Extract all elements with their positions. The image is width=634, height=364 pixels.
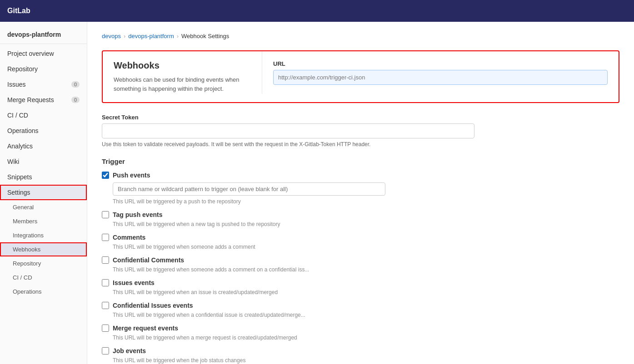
trigger-row-confidential-issues-events: Confidential Issues eventsThis URL will … bbox=[102, 302, 474, 319]
trigger-desc-job-events: This URL will be triggered when the job … bbox=[113, 356, 474, 364]
sidebar-item-snippets[interactable]: Snippets bbox=[0, 169, 87, 185]
sidebar-nav: Project overviewRepositoryIssues0Merge R… bbox=[0, 46, 87, 200]
trigger-label: Trigger bbox=[102, 157, 474, 165]
secret-token-input[interactable] bbox=[102, 123, 474, 138]
trigger-group: Trigger Push eventsThis URL will be trig… bbox=[102, 157, 474, 364]
trigger-row-job-events: Job eventsThis URL will be triggered whe… bbox=[102, 347, 474, 364]
sidebar-item-repository[interactable]: Repository bbox=[0, 61, 87, 77]
sidebar-item-label-wiki: Wiki bbox=[7, 158, 19, 165]
sidebar-item-ci-cd[interactable]: CI / CD bbox=[0, 108, 87, 123]
trigger-event-label-push-events: Push events bbox=[113, 172, 150, 179]
trigger-checkbox-confidential-issues-events[interactable] bbox=[102, 302, 109, 309]
logo: GitLab bbox=[7, 7, 30, 15]
url-label: URL bbox=[273, 60, 608, 67]
sidebar-item-wiki[interactable]: Wiki bbox=[0, 154, 87, 169]
sidebar-item-merge-requests[interactable]: Merge Requests0 bbox=[0, 92, 87, 108]
trigger-label-issues-events: Issues events bbox=[102, 279, 474, 286]
webhook-card: Webhooks Webhooks can be used for bindin… bbox=[102, 50, 619, 103]
sidebar-item-settings[interactable]: Settings bbox=[0, 185, 87, 200]
sidebar-sub-item-repository-sub[interactable]: Repository bbox=[0, 256, 87, 271]
trigger-label-comments: Comments bbox=[102, 234, 474, 241]
sidebar-item-label-project-overview: Project overview bbox=[7, 50, 54, 57]
trigger-row-comments: CommentsThis URL will be triggered when … bbox=[102, 234, 474, 251]
url-input[interactable] bbox=[273, 70, 608, 85]
sidebar-item-label-repository: Repository bbox=[7, 65, 38, 73]
secret-token-hint: Use this token to validate received payl… bbox=[102, 140, 474, 148]
breadcrumb: devops › devops-plantform › Webhook Sett… bbox=[102, 33, 619, 39]
trigger-event-label-confidential-issues-events: Confidential Issues events bbox=[113, 302, 193, 309]
trigger-row-confidential-comments: Confidential CommentsThis URL will be tr… bbox=[102, 256, 474, 274]
trigger-event-label-tag-push-events: Tag push events bbox=[113, 211, 162, 218]
trigger-branch-input-push-events[interactable] bbox=[113, 182, 385, 196]
trigger-label-confidential-issues-events: Confidential Issues events bbox=[102, 302, 474, 309]
trigger-checkbox-confidential-comments[interactable] bbox=[102, 256, 109, 264]
trigger-event-label-issues-events: Issues events bbox=[113, 279, 155, 286]
main-content: devops › devops-plantform › Webhook Sett… bbox=[87, 22, 634, 364]
sidebar-item-issues[interactable]: Issues0 bbox=[0, 77, 87, 92]
sidebar-sub-nav: GeneralMembersIntegrationsWebhooksReposi… bbox=[0, 200, 87, 299]
secret-token-label: Secret Token bbox=[102, 114, 474, 121]
trigger-event-label-merge-request-events: Merge request events bbox=[113, 325, 178, 332]
trigger-desc-tag-push-events: This URL will be triggered when a new ta… bbox=[113, 220, 474, 228]
trigger-label-tag-push-events: Tag push events bbox=[102, 211, 474, 218]
trigger-label-job-events: Job events bbox=[102, 347, 474, 354]
breadcrumb-sep-1: › bbox=[124, 33, 125, 39]
trigger-desc-confidential-comments: This URL will be triggered when someone … bbox=[113, 266, 474, 274]
trigger-row-tag-push-events: Tag push eventsThis URL will be triggere… bbox=[102, 211, 474, 228]
trigger-checkbox-job-events[interactable] bbox=[102, 347, 109, 354]
trigger-label-confidential-comments: Confidential Comments bbox=[102, 256, 474, 264]
breadcrumb-current: Webhook Settings bbox=[181, 33, 229, 39]
trigger-desc-confidential-issues-events: This URL will be triggered when a confid… bbox=[113, 311, 474, 319]
sidebar-sub-item-general[interactable]: General bbox=[0, 200, 87, 214]
sidebar-item-label-operations: Operations bbox=[7, 127, 38, 134]
trigger-event-label-confidential-comments: Confidential Comments bbox=[113, 256, 184, 264]
breadcrumb-link-devops[interactable]: devops bbox=[102, 33, 121, 39]
secret-token-group: Secret Token Use this token to validate … bbox=[102, 114, 474, 148]
trigger-row-issues-events: Issues eventsThis URL will be triggered … bbox=[102, 279, 474, 296]
trigger-checkbox-issues-events[interactable] bbox=[102, 279, 109, 286]
sidebar: devops-plantform Project overviewReposit… bbox=[0, 22, 87, 364]
trigger-label-merge-request-events: Merge request events bbox=[102, 325, 474, 332]
sidebar-sub-item-members[interactable]: Members bbox=[0, 214, 87, 228]
trigger-desc-issues-events: This URL will be triggered when an issue… bbox=[113, 288, 474, 296]
trigger-event-label-comments: Comments bbox=[113, 234, 145, 241]
sidebar-item-label-settings: Settings bbox=[7, 189, 30, 196]
sidebar-sub-item-webhooks[interactable]: Webhooks bbox=[0, 242, 87, 256]
sidebar-sub-item-ci-cd-sub[interactable]: CI / CD bbox=[0, 271, 87, 285]
trigger-events: Push eventsThis URL will be triggered by… bbox=[102, 172, 474, 364]
webhook-url-section: URL bbox=[262, 51, 619, 94]
top-nav: GitLab bbox=[0, 0, 634, 22]
trigger-checkbox-comments[interactable] bbox=[102, 234, 109, 241]
webhook-title: Webhooks bbox=[114, 60, 251, 71]
breadcrumb-sep-2: › bbox=[177, 33, 179, 39]
trigger-checkbox-merge-request-events[interactable] bbox=[102, 325, 109, 332]
webhook-desc: Webhooks can be used for binding events … bbox=[114, 75, 251, 93]
trigger-event-label-job-events: Job events bbox=[113, 347, 146, 354]
trigger-desc-comments: This URL will be triggered when someone … bbox=[113, 243, 474, 251]
sidebar-item-label-analytics: Analytics bbox=[7, 143, 33, 150]
sidebar-sub-item-integrations[interactable]: Integrations bbox=[0, 228, 87, 242]
trigger-checkbox-tag-push-events[interactable] bbox=[102, 211, 109, 218]
sidebar-item-project-overview[interactable]: Project overview bbox=[0, 46, 87, 61]
sidebar-item-label-issues: Issues bbox=[7, 81, 25, 88]
trigger-row-merge-request-events: Merge request eventsThis URL will be tri… bbox=[102, 325, 474, 342]
sidebar-badge-issues: 0 bbox=[71, 81, 80, 88]
form-section: Secret Token Use this token to validate … bbox=[102, 114, 474, 364]
sidebar-badge-merge-requests: 0 bbox=[71, 97, 80, 103]
trigger-checkbox-push-events[interactable] bbox=[102, 172, 109, 179]
trigger-row-push-events: Push eventsThis URL will be triggered by… bbox=[102, 172, 474, 206]
breadcrumb-link-project[interactable]: devops-plantform bbox=[128, 33, 174, 39]
trigger-desc-merge-request-events: This URL will be triggered when a merge … bbox=[113, 334, 474, 342]
trigger-label-push-events: Push events bbox=[102, 172, 474, 179]
webhook-info: Webhooks Webhooks can be used for bindin… bbox=[103, 51, 262, 102]
sidebar-item-operations[interactable]: Operations bbox=[0, 123, 87, 138]
sidebar-sub-item-operations-sub[interactable]: Operations bbox=[0, 285, 87, 299]
main-layout: devops-plantform Project overviewReposit… bbox=[0, 22, 634, 364]
sidebar-item-label-merge-requests: Merge Requests bbox=[7, 96, 54, 103]
trigger-desc-push-events: This URL will be triggered by a push to … bbox=[113, 197, 474, 206]
sidebar-item-label-ci-cd: CI / CD bbox=[7, 112, 28, 119]
project-name: devops-plantform bbox=[0, 25, 87, 44]
sidebar-item-analytics[interactable]: Analytics bbox=[0, 138, 87, 154]
sidebar-item-label-snippets: Snippets bbox=[7, 173, 32, 181]
